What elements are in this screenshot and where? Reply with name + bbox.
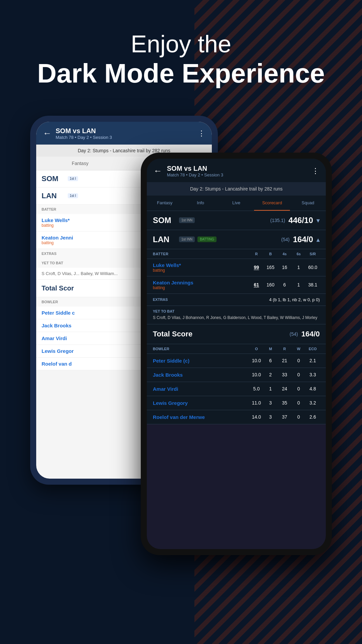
dark-col-m: M xyxy=(263,347,278,351)
dark-luke-4s: 16 xyxy=(278,265,292,270)
dark-keaton-r: 61 xyxy=(249,282,263,287)
dark-bowler-4-r: 37 xyxy=(278,414,292,420)
dark-bowler-0-name: Peter Siddle (c) xyxy=(153,358,249,364)
dark-luke-status: batting xyxy=(153,268,249,273)
dark-bowler-0-r: 21 xyxy=(278,358,292,363)
dark-extras-label: EXTRAS xyxy=(153,298,168,302)
back-arrow-icon[interactable]: ← xyxy=(43,128,52,139)
dark-col-6s: 6s xyxy=(292,252,306,256)
dark-bowler-1-name: Jack Brooks xyxy=(153,372,249,378)
dark-keaton-name: Keaton Jennings xyxy=(153,280,249,285)
dark-bowler-3-w: 0 xyxy=(292,400,306,406)
dark-batter-col-header: BATTER R B 4s 6s S/R xyxy=(147,249,326,259)
dark-col-eco: ECO xyxy=(306,347,320,351)
dark-som-score-info: (135.1) 446/10 ▾ xyxy=(270,216,320,225)
hero-line1: Enjoy the xyxy=(37,30,325,58)
dark-bowler-2-name: Amar Virdi xyxy=(153,386,249,392)
dark-lan-row: LAN 1st INN BATTING (54) 164/0 ▴ xyxy=(147,230,326,249)
dark-bowler-row-0: Peter Siddle (c) 10.0 6 21 0 2.1 xyxy=(147,354,326,368)
dark-extras-row: EXTRAS 4 (b 1, lb 1, nb 2, w 0, p 0) xyxy=(147,294,326,306)
dark-bowler-3-r: 35 xyxy=(278,400,292,406)
dark-lan-score-info: (54) 164/0 ▴ xyxy=(281,235,320,244)
front-phone-header: ← SOM vs LAN Match 78 • Day 2 • Session … xyxy=(147,159,326,182)
back-phone-menu-icon[interactable]: ⋮ xyxy=(198,129,205,138)
dark-lan-chevron[interactable]: ▴ xyxy=(316,235,320,244)
dark-bowler-2-r: 24 xyxy=(278,386,292,391)
dark-bowler-1-eco: 3.3 xyxy=(306,372,320,377)
back-phone-header-info: SOM vs LAN Match 78 • Day 2 • Session 3 xyxy=(56,127,194,140)
front-phone-screen: ← SOM vs LAN Match 78 • Day 2 • Session … xyxy=(147,159,326,549)
dark-col-b: B xyxy=(263,252,278,256)
back-phone-match-sub: Match 78 • Day 2 • Session 3 xyxy=(56,135,194,140)
dark-keaton-b: 160 xyxy=(263,282,278,287)
dark-bowler-2-w: 0 xyxy=(292,386,306,391)
dark-total-row: Total Score (54) 164/0 xyxy=(147,324,326,344)
dark-tab-info[interactable]: Info xyxy=(183,196,219,211)
dark-bowler-col-header: BOWLER O M R W ECO xyxy=(147,344,326,354)
dark-tabs: Fantasy Info Live Scorecard Squad xyxy=(147,196,326,211)
back-tab-fantasy[interactable]: Fantasy xyxy=(36,157,124,170)
dark-tab-scorecard[interactable]: Scorecard xyxy=(254,196,290,211)
dark-luke-b: 165 xyxy=(263,265,278,270)
dark-bowler-4-o: 14.0 xyxy=(249,414,263,420)
dark-bowler-row-1: Jack Brooks 10.0 2 33 0 3.3 xyxy=(147,368,326,382)
dark-keaton-4s: 6 xyxy=(278,282,292,287)
back-som-inn: 1st I xyxy=(68,176,78,181)
dark-total-overs: (54) xyxy=(290,331,298,337)
dark-bowler-2-o: 5.0 xyxy=(249,386,263,391)
dark-keaton-sr: 38.1 xyxy=(306,282,320,287)
dark-ytb-section: YET TO BAT S Croft, D Vilas, J Bohannon,… xyxy=(147,306,326,324)
dark-tab-live[interactable]: Live xyxy=(219,196,254,211)
dark-bowler-4-m: 3 xyxy=(263,414,278,420)
phones-container: ← SOM vs LAN Match 78 • Day 2 • Session … xyxy=(30,106,332,569)
dark-tab-squad[interactable]: Squad xyxy=(290,196,326,211)
dark-keaton-row: Keaton Jennings batting 61 160 6 1 38.1 xyxy=(147,276,326,294)
dark-som-team: SOM xyxy=(153,216,176,225)
back-lan-team: LAN xyxy=(42,192,65,200)
dark-bowler-2-eco: 4.8 xyxy=(306,386,320,391)
dark-col-batter-label: BATTER xyxy=(153,252,249,256)
dark-luke-row: Luke Wells* batting 99 165 16 1 60.0 xyxy=(147,259,326,276)
dark-keaton-info: Keaton Jennings batting xyxy=(153,280,249,290)
front-phone: ← SOM vs LAN Match 78 • Day 2 • Session … xyxy=(141,153,332,555)
dark-bowler-0-eco: 2.1 xyxy=(306,358,320,363)
dark-som-inn: 1st INN xyxy=(179,217,195,223)
hero-title: Enjoy the Dark Mode Experience xyxy=(37,30,325,89)
dark-bowler-3-eco: 3.2 xyxy=(306,400,320,406)
dark-col-r: R xyxy=(249,252,263,256)
dark-som-chevron[interactable]: ▾ xyxy=(316,216,320,224)
dark-col-w: W xyxy=(292,347,306,351)
dark-bowler-3-m: 3 xyxy=(263,400,278,406)
dark-bowler-0-m: 6 xyxy=(263,358,278,363)
dark-bowler-1-m: 2 xyxy=(263,372,278,377)
dark-tab-fantasy[interactable]: Fantasy xyxy=(147,196,183,211)
dark-bowler-3-o: 11.0 xyxy=(249,400,263,406)
back-phone-match-title: SOM vs LAN xyxy=(56,127,194,135)
dark-lan-inn: 1st INN xyxy=(179,236,195,242)
dark-ytb-label: YET TO BAT xyxy=(153,309,320,313)
dark-banner: Day 2: Stumps - Lancashire trail by 282 … xyxy=(147,182,326,196)
back-som-team: SOM xyxy=(42,174,65,183)
front-phone-header-info: SOM vs LAN Match 78 • Day 2 • Session 3 xyxy=(167,165,307,177)
dark-menu-icon[interactable]: ⋮ xyxy=(312,167,319,175)
dark-match-title: SOM vs LAN xyxy=(167,165,307,172)
dark-bowler-1-r: 33 xyxy=(278,372,292,377)
dark-ytb-text: S Croft, D Vilas, J Bohannon, R Jones, G… xyxy=(153,315,320,321)
dark-bowler-4-eco: 2.6 xyxy=(306,414,320,420)
dark-luke-name: Luke Wells* xyxy=(153,262,249,268)
back-phone-header: ← SOM vs LAN Match 78 • Day 2 • Session … xyxy=(36,122,212,145)
dark-keaton-6s: 1 xyxy=(292,282,306,287)
dark-bowler-1-o: 10.0 xyxy=(249,372,263,377)
dark-bowler-3-name: Lewis Gregory xyxy=(153,400,249,406)
dark-col-sr: S/R xyxy=(306,252,320,256)
hero-line2: Dark Mode Experience xyxy=(37,58,325,89)
dark-luke-r: 99 xyxy=(249,265,263,270)
dark-bowler-row-4: Roelof van der Merwe 14.0 3 37 0 2.6 xyxy=(147,410,326,424)
dark-match-sub: Match 78 • Day 2 • Session 3 xyxy=(167,172,307,177)
dark-lan-score: 164/0 xyxy=(293,235,313,244)
dark-bowler-0-o: 10.0 xyxy=(249,358,263,363)
dark-back-arrow-icon[interactable]: ← xyxy=(154,166,162,176)
dark-luke-6s: 1 xyxy=(292,265,306,270)
dark-col-o: O xyxy=(249,347,263,351)
back-lan-inn: 1st I xyxy=(68,193,78,198)
